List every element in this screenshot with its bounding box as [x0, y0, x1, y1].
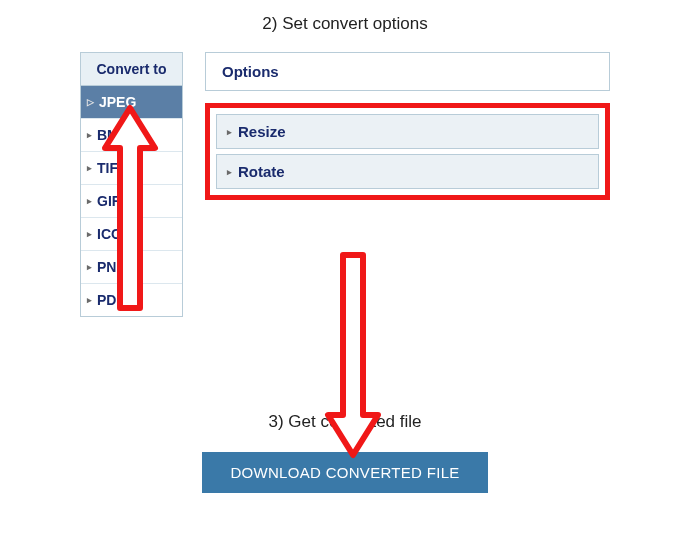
sidebar-item-bmp[interactable]: ▸ BMP	[81, 119, 182, 152]
triangle-right-icon: ▸	[87, 295, 92, 305]
sidebar-item-label: BMP	[97, 127, 128, 143]
triangle-right-icon: ▸	[227, 167, 232, 177]
triangle-right-icon: ▸	[87, 262, 92, 272]
options-group-highlight: ▸ Resize ▸ Rotate	[205, 103, 610, 200]
step3-title: 3) Get converted file	[0, 412, 690, 432]
triangle-right-icon: ▸	[87, 163, 92, 173]
sidebar-item-ico[interactable]: ▸ ICO	[81, 218, 182, 251]
option-label: Resize	[238, 123, 286, 140]
sidebar-item-label: GIF	[97, 193, 120, 209]
sidebar-item-label: JPEG	[99, 94, 136, 110]
triangle-right-icon: ▸	[87, 229, 92, 239]
options-header: Options	[205, 52, 610, 91]
option-rotate[interactable]: ▸ Rotate	[216, 154, 599, 189]
sidebar-item-gif[interactable]: ▸ GIF	[81, 185, 182, 218]
sidebar-item-tiff[interactable]: ▸ TIFF	[81, 152, 182, 185]
step2-title: 2) Set convert options	[0, 0, 690, 52]
sidebar-item-label: TIFF	[97, 160, 127, 176]
sidebar-item-jpeg[interactable]: ▷ JPEG	[81, 86, 182, 119]
sidebar-item-label: ICO	[97, 226, 122, 242]
sidebar-item-label: PNG	[97, 259, 127, 275]
sidebar-item-pdf[interactable]: ▸ PDF	[81, 284, 182, 316]
download-button[interactable]: DOWNLOAD CONVERTED FILE	[202, 452, 487, 493]
option-resize[interactable]: ▸ Resize	[216, 114, 599, 149]
triangle-right-icon: ▸	[227, 127, 232, 137]
triangle-right-icon: ▸	[87, 130, 92, 140]
sidebar-header: Convert to	[81, 53, 182, 86]
option-label: Rotate	[238, 163, 285, 180]
triangle-right-icon: ▷	[87, 97, 94, 107]
sidebar-item-png[interactable]: ▸ PNG	[81, 251, 182, 284]
convert-to-sidebar: Convert to ▷ JPEG ▸ BMP ▸ TIFF ▸ GIF ▸ I…	[80, 52, 183, 317]
triangle-right-icon: ▸	[87, 196, 92, 206]
sidebar-item-label: PDF	[97, 292, 125, 308]
